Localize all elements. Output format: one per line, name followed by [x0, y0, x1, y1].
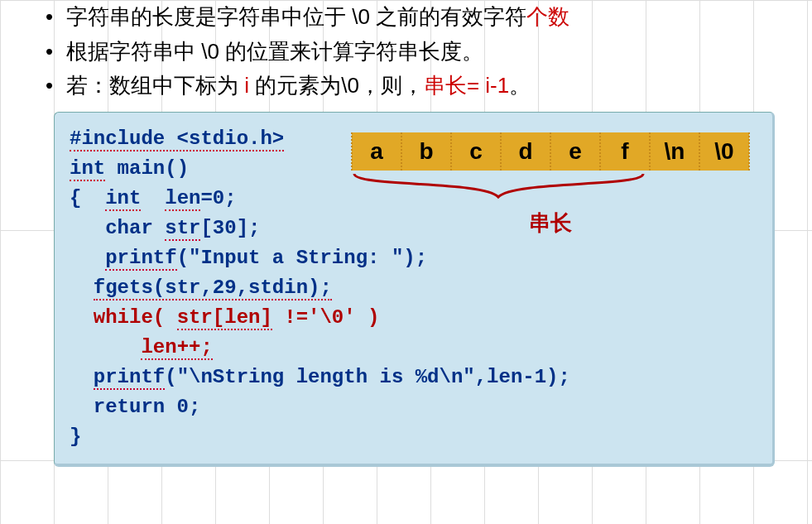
code-block: a b c d e f \n \0 串长 #include <stdio.h> … — [54, 112, 775, 467]
cell-6: \n — [649, 132, 700, 171]
bullet-1-text-a: 字符串的长度是字符串中位于 \0 之前的有效字符 — [66, 4, 526, 29]
code-line-11: } — [70, 422, 757, 452]
slide-content: 字符串的长度是字符串中位于 \0 之前的有效字符个数 根据字符串中 \0 的位置… — [0, 0, 812, 467]
bullet-3-d: 串长= i-1 — [424, 73, 509, 98]
bullet-3-a: 若：数组中下标为 — [66, 73, 244, 98]
cell-7: \0 — [699, 132, 750, 171]
code-line-7: while( str[len] !='\0' ) — [70, 303, 757, 333]
bullet-3: 若：数组中下标为 i 的元素为\0，则，串长= i-1。 — [66, 69, 783, 103]
brace-icon — [352, 172, 646, 200]
cell-2: c — [450, 132, 502, 171]
code-line-6: fgets(str,29,stdin); — [70, 273, 757, 303]
brace-label: 串长 — [352, 207, 749, 239]
array-visualization: a b c d e f \n \0 串长 — [352, 132, 749, 239]
bullet-2-text: 根据字符串中 \0 的位置来计算字符串长度。 — [66, 39, 483, 64]
code-line-8: len++; — [70, 333, 757, 363]
bullet-1-text-b: 个数 — [526, 4, 569, 29]
cell-0: a — [351, 132, 402, 171]
code-line-9: printf("\nString length is %d\n",len-1); — [70, 363, 757, 392]
cell-3: d — [500, 132, 551, 171]
bullet-1: 字符串的长度是字符串中位于 \0 之前的有效字符个数 — [66, 0, 783, 35]
cell-4: e — [550, 132, 601, 171]
array-cells: a b c d e f \n \0 — [352, 132, 749, 171]
bullet-2: 根据字符串中 \0 的位置来计算字符串长度。 — [66, 35, 783, 70]
bullet-3-e: 。 — [509, 73, 531, 98]
bullet-3-c: 的元素为\0，则， — [249, 73, 424, 98]
code-line-10: return 0; — [70, 392, 757, 422]
code-line-5: printf("Input a String: "); — [70, 243, 757, 273]
bullet-list: 字符串的长度是字符串中位于 \0 之前的有效字符个数 根据字符串中 \0 的位置… — [41, 0, 783, 103]
cell-1: b — [401, 132, 452, 171]
cell-5: f — [599, 132, 651, 171]
